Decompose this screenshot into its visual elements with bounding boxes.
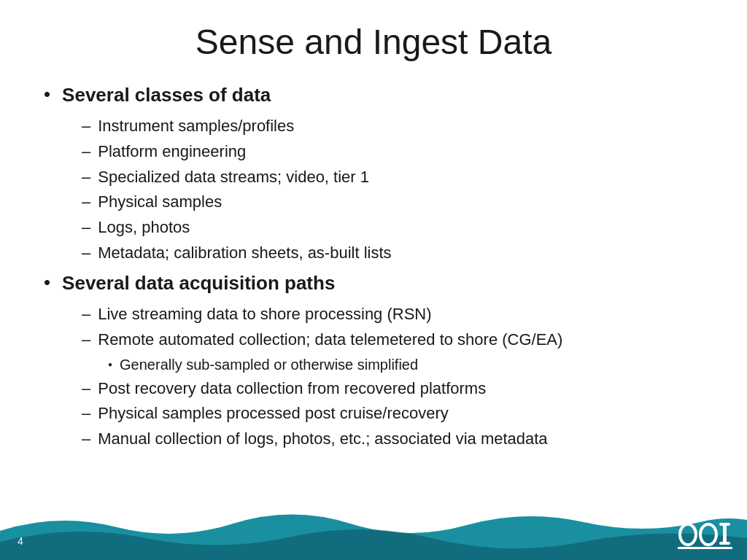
main-bullet-1-text: Several classes of data bbox=[62, 82, 271, 108]
dash: – bbox=[82, 378, 90, 400]
sub-item-2-5-text: Manual collection of logs, photos, etc.;… bbox=[98, 428, 547, 451]
sub-item-2-2-text: Remote automated collection; data teleme… bbox=[98, 329, 562, 351]
dash: – bbox=[82, 303, 90, 326]
sub-item-1-6: – Metadata; calibration sheets, as-built… bbox=[82, 242, 703, 265]
sub-sub-item-2-2-1-text: Generally sub-sampled or otherwise simpl… bbox=[120, 354, 418, 375]
dash: – bbox=[82, 141, 90, 163]
sub-sub-list-2-2: ● Generally sub-sampled or otherwise sim… bbox=[108, 354, 703, 375]
dash: – bbox=[82, 115, 90, 138]
ooi-logo bbox=[678, 514, 732, 556]
sub-item-1-1-text: Instrument samples/profiles bbox=[98, 115, 294, 138]
main-bullet-2: • Several data acquisition paths bbox=[44, 271, 703, 296]
slide-content: Sense and Ingest Data • Several classes … bbox=[0, 0, 747, 560]
svg-point-1 bbox=[700, 524, 716, 545]
sub-list-2: – Live streaming data to shore processin… bbox=[82, 303, 703, 451]
dash: – bbox=[82, 242, 90, 265]
sub-item-1-5: – Logs, photos bbox=[82, 217, 703, 239]
bullet-dot-1: • bbox=[44, 82, 50, 107]
bullet-dot-2: • bbox=[44, 271, 50, 295]
sub-item-2-3: – Post recovery data collection from rec… bbox=[82, 378, 703, 400]
slide-number: 4 bbox=[18, 535, 23, 547]
dash: – bbox=[82, 402, 90, 425]
sub-sub-item-2-2-1: ● Generally sub-sampled or otherwise sim… bbox=[108, 354, 703, 375]
sub-item-2-1-text: Live streaming data to shore processing … bbox=[98, 303, 431, 326]
sub-item-2-1: – Live streaming data to shore processin… bbox=[82, 303, 703, 326]
sub-item-1-1: – Instrument samples/profiles bbox=[82, 115, 703, 138]
main-bullet-1: • Several classes of data bbox=[44, 82, 703, 108]
svg-rect-4 bbox=[719, 542, 730, 545]
sub-item-1-6-text: Metadata; calibration sheets, as-built l… bbox=[98, 242, 391, 265]
small-dot: ● bbox=[108, 359, 112, 370]
dash: – bbox=[82, 428, 90, 451]
svg-point-0 bbox=[680, 524, 696, 545]
slide: Sense and Ingest Data • Several classes … bbox=[0, 0, 747, 560]
sub-item-1-2-text: Platform engineering bbox=[98, 141, 246, 163]
main-bullet-2-text: Several data acquisition paths bbox=[62, 271, 335, 296]
sub-item-1-4-text: Physical samples bbox=[98, 191, 222, 214]
sub-item-2-4: – Physical samples processed post cruise… bbox=[82, 402, 703, 425]
sub-item-2-2: – Remote automated collection; data tele… bbox=[82, 329, 703, 351]
sub-item-1-5-text: Logs, photos bbox=[98, 217, 190, 239]
ooi-logo-svg bbox=[678, 514, 732, 549]
dash: – bbox=[82, 329, 90, 351]
logo-area bbox=[678, 514, 732, 556]
sub-list-1: – Instrument samples/profiles – Platform… bbox=[82, 115, 703, 265]
content-area: • Several classes of data – Instrument s… bbox=[44, 82, 703, 451]
dash: – bbox=[82, 217, 90, 239]
wave-svg bbox=[0, 509, 747, 560]
svg-rect-3 bbox=[719, 523, 730, 526]
sub-item-1-3-text: Specialized data streams; video, tier 1 bbox=[98, 166, 369, 189]
sub-item-1-3: – Specialized data streams; video, tier … bbox=[82, 166, 703, 189]
slide-title: Sense and Ingest Data bbox=[44, 22, 703, 62]
svg-rect-5 bbox=[678, 547, 732, 549]
dash: – bbox=[82, 166, 90, 189]
sub-item-1-4: – Physical samples bbox=[82, 191, 703, 214]
sub-item-2-5: – Manual collection of logs, photos, etc… bbox=[82, 428, 703, 451]
svg-rect-2 bbox=[723, 524, 727, 545]
sub-item-2-3-text: Post recovery data collection from recov… bbox=[98, 378, 486, 400]
bottom-bar: 4 bbox=[0, 509, 747, 560]
sub-item-2-4-text: Physical samples processed post cruise/r… bbox=[98, 402, 449, 425]
sub-item-1-2: – Platform engineering bbox=[82, 141, 703, 163]
dash: – bbox=[82, 191, 90, 214]
